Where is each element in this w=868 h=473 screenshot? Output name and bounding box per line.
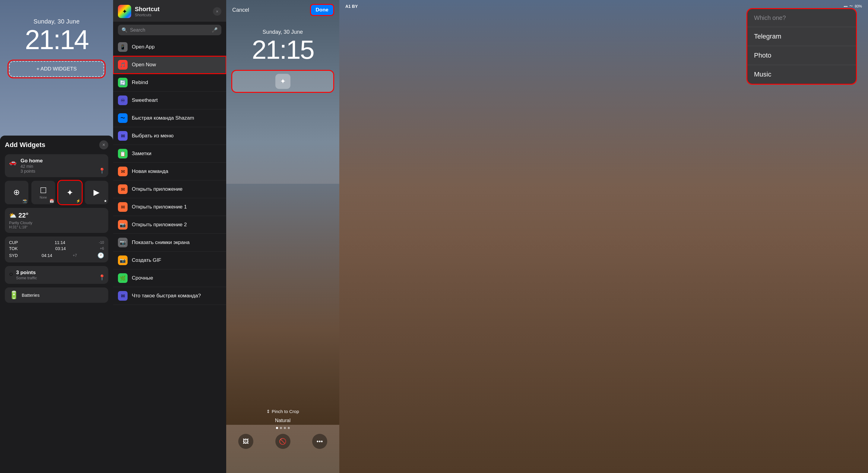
- shortcut-sweetheart[interactable]: ♾ Sweetheart: [113, 92, 226, 109]
- dot-4[interactable]: [288, 427, 290, 429]
- close-sheet-button[interactable]: ×: [99, 140, 108, 149]
- shortcut-what-label: Что такое быстрая команда?: [132, 293, 201, 299]
- urgent-icon: 🌿: [118, 273, 128, 283]
- shortcut-shazam-label: Быстрая команда Shazam: [132, 115, 194, 121]
- bolt-badge: ⚡: [76, 199, 81, 203]
- which-one-title: Which one?: [747, 9, 856, 27]
- shortcut-gif[interactable]: 📸 Создать GIF: [113, 251, 226, 269]
- add-widgets-button[interactable]: + ADD WIDGETS: [9, 61, 104, 77]
- panel-lockscreen-edit: Cancel Done Sunday, 30 June 21:15 ✦ ⇕ Pi…: [226, 0, 339, 473]
- clock-icon: 🕐: [97, 252, 104, 259]
- page-dots: [226, 427, 339, 429]
- widget-area-preview[interactable]: ✦: [232, 71, 333, 92]
- shortcut-rebind[interactable]: 🔄 Rebind: [113, 74, 226, 92]
- go-home-points: 3 points: [21, 169, 43, 173]
- photo-library-icon[interactable]: 🖼: [238, 434, 253, 449]
- gif-icon: 📸: [118, 256, 128, 265]
- open-app11-icon: ✉: [118, 202, 128, 212]
- dot-2[interactable]: [280, 427, 282, 429]
- shortcut-screenshots[interactable]: 📷 Показать снимки экрана: [113, 234, 226, 251]
- play-icon: ▶: [93, 188, 99, 197]
- go-home-title: Go home: [21, 158, 43, 164]
- traffic-icon: ○: [9, 270, 13, 278]
- shortcut-open-app-1[interactable]: ✉ Открыть приложение: [113, 180, 226, 198]
- battery-icon: 🔋: [9, 291, 19, 300]
- no-filter-icon[interactable]: 🚫: [275, 434, 290, 449]
- plus-circle-icon: ⊕: [13, 188, 20, 197]
- done-button[interactable]: Done: [311, 5, 334, 15]
- diff-cup: -10: [99, 240, 104, 245]
- more-options-icon[interactable]: •••: [312, 434, 327, 449]
- menu-item-telegram[interactable]: Telegram: [747, 27, 856, 46]
- world-clocks-widget: CUP 11:14 -10 TOK 03:14 +6 SYD 04:14 +7 …: [5, 236, 108, 262]
- batteries-label: Batteries: [22, 293, 39, 298]
- dot-3[interactable]: [284, 427, 286, 429]
- shortcut-open-app[interactable]: 📱 Open App: [113, 38, 226, 56]
- weather-widget: ⛅ 22° Partly Cloudy H:31° L:18°: [5, 208, 108, 233]
- clock-row-syd: SYD 04:14 +7 🕐: [9, 251, 104, 260]
- time-tok: 03:14: [55, 246, 66, 251]
- batteries-widget: 🔋 Batteries: [5, 288, 108, 303]
- add-widget-cell[interactable]: ⊕ 📸: [5, 181, 28, 204]
- play-widget-cell[interactable]: ▶ ★: [85, 181, 108, 204]
- location-pin-icon: 📍: [99, 168, 105, 174]
- weather-desc: Partly Cloudy: [9, 221, 104, 225]
- shortcut-shazam[interactable]: 〜 Быстрая команда Shazam: [113, 109, 226, 127]
- shortcut-urgent[interactable]: 🌿 Срочные: [113, 269, 226, 287]
- shortcut-what[interactable]: ✉ Что такое быстрая команда?: [113, 287, 226, 305]
- shortcut-open-app-label: Open App: [132, 44, 155, 50]
- city-tok: TOK: [9, 246, 21, 251]
- shortcut-new[interactable]: ✉ Новая команда: [113, 163, 226, 180]
- photo-edit-controls: ⇕ Pinch to Crop Natural 🖼 🚫 •••: [226, 409, 339, 449]
- mic-icon[interactable]: 🎤: [212, 27, 218, 33]
- instagram-badge: 📸: [23, 199, 27, 203]
- traffic-points: 3 points: [16, 270, 37, 276]
- shortcuts-widget-cell[interactable]: ✦ ⚡: [58, 181, 82, 204]
- shortcut-notes[interactable]: 📋 Заметки: [113, 145, 226, 163]
- panel-lockscreen-widgets: Sunday, 30 June 21:14 + ADD WIDGETS Add …: [0, 0, 113, 473]
- cancel-button[interactable]: Cancel: [232, 7, 249, 13]
- notes-icon: 📋: [118, 149, 128, 159]
- traffic-desc: Some traffic: [16, 276, 37, 280]
- traffic-widget: ○ 3 points Some traffic 📍: [5, 266, 108, 284]
- shortcut-open-now[interactable]: 🎵 Open Now: [113, 56, 226, 74]
- screenshots-icon: 📷: [118, 238, 128, 247]
- search-placeholder-text: Search: [130, 27, 209, 33]
- traffic-pin-icon: 📍: [99, 274, 105, 281]
- sweetheart-icon: ♾: [118, 96, 128, 105]
- wifi-icon: 〜: [849, 4, 853, 9]
- shortcut-open-app2-label: Открыть приложение 2: [132, 222, 187, 228]
- shortcuts-app-subtitle: Shortcuts: [135, 13, 159, 17]
- calendar-badge: 📅: [50, 199, 54, 203]
- carrier-label: A1 BY: [345, 4, 358, 9]
- new-icon: ✉: [118, 167, 128, 176]
- open-app1-icon: ✉: [118, 184, 128, 194]
- photo-action-row: 🖼 🚫 •••: [226, 434, 339, 449]
- shortcut-notes-label: Заметки: [132, 150, 151, 157]
- shortcuts-search-bar[interactable]: 🔍 Search 🎤: [118, 25, 221, 35]
- widget-shortcuts-icon: ✦: [275, 74, 290, 89]
- dot-1[interactable]: [276, 427, 278, 429]
- cloud-icon: ⛅: [9, 212, 17, 219]
- shortcut-open-app1-1[interactable]: ✉ Открыть приложение 1: [113, 198, 226, 216]
- shortcut-open-app2[interactable]: 📷 Открыть приложение 2: [113, 216, 226, 234]
- diamond-icon: ✦: [280, 77, 286, 86]
- shortcut-open-app1-label: Открыть приложение: [132, 186, 183, 192]
- widget-grid: ⊕ 📸 ☐ None 📅 ✦ ⚡ ▶ ★: [5, 181, 108, 204]
- panel-shortcuts: ✦ Shortcut Shortcuts × 🔍 Search 🎤 📱 Open…: [113, 0, 226, 473]
- shortcuts-icon: ✦: [66, 188, 73, 198]
- preview-date: Sunday, 30 June: [232, 29, 333, 35]
- rebind-icon: 🔄: [118, 78, 128, 88]
- lockscreen-preview: Sunday, 30 June 21:15: [226, 20, 339, 66]
- shortcuts-header: ✦ Shortcut Shortcuts ×: [113, 0, 226, 22]
- clock-row-cup: CUP 11:14 -10: [9, 239, 104, 245]
- shortcut-screenshots-label: Показать снимки экрана: [132, 239, 190, 245]
- menu-item-music[interactable]: Music: [747, 65, 856, 84]
- cityscape-overlay: [226, 184, 339, 425]
- none-widget-cell[interactable]: ☐ None 📅: [31, 181, 55, 204]
- shortcut-menu[interactable]: ✉ Выбрать из меню: [113, 127, 226, 145]
- search-icon: 🔍: [122, 27, 128, 33]
- city-syd: SYD: [9, 253, 21, 258]
- menu-item-photo[interactable]: Photo: [747, 46, 856, 65]
- close-shortcuts-button[interactable]: ×: [213, 7, 221, 16]
